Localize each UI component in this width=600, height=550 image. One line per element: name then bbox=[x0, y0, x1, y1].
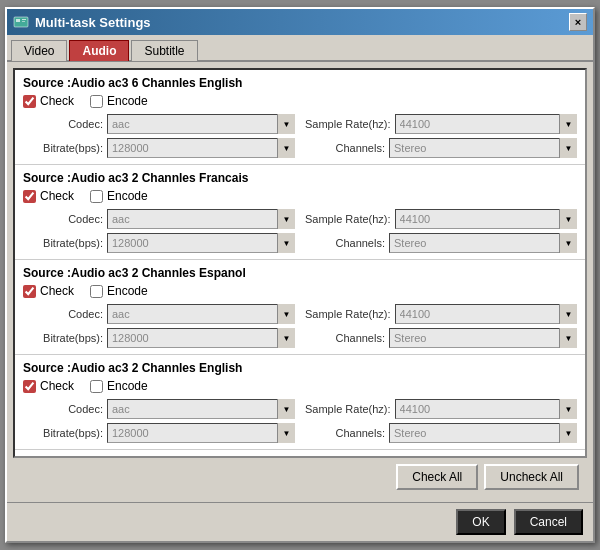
check-item-3: Check bbox=[23, 379, 74, 393]
channels-select-wrapper-1: StereoMono5.1 ▼ bbox=[389, 233, 577, 253]
samplerate-select-1[interactable]: 441004800022050 bbox=[395, 209, 577, 229]
bitrate-label-0: Bitrate(bps): bbox=[23, 142, 103, 154]
check-label-0: Check bbox=[40, 94, 74, 108]
samplerate-select-2[interactable]: 441004800022050 bbox=[395, 304, 577, 324]
source-label-2: Source :Audio ac3 2 Channles Espanol bbox=[23, 266, 577, 280]
bitrate-select-3[interactable]: 12800019200025600064000 bbox=[107, 423, 295, 443]
source-label-1: Source :Audio ac3 2 Channles Francais bbox=[23, 171, 577, 185]
encode-item-2: Encode bbox=[90, 284, 148, 298]
channels-row-3: Channels: StereoMono5.1 ▼ bbox=[305, 423, 577, 443]
codec-select-wrapper-1: aacmp3ac3copy ▼ bbox=[107, 209, 295, 229]
codec-select-2[interactable]: aacmp3ac3copy bbox=[107, 304, 295, 324]
codec-row-2: Codec: aacmp3ac3copy ▼ bbox=[23, 304, 295, 324]
samplerate-select-3[interactable]: 441004800022050 bbox=[395, 399, 577, 419]
check-row-0: Check Encode bbox=[23, 94, 577, 108]
tab-subtitle[interactable]: Subtitle bbox=[131, 40, 197, 61]
channels-select-wrapper-0: StereoMono5.1 ▼ bbox=[389, 138, 577, 158]
check-item-1: Check bbox=[23, 189, 74, 203]
title-bar: Multi-task Settings × bbox=[7, 9, 593, 35]
check-checkbox-1[interactable] bbox=[23, 190, 36, 203]
codec-select-0[interactable]: aacmp3ac3copy bbox=[107, 114, 295, 134]
check-row-1: Check Encode bbox=[23, 189, 577, 203]
encode-checkbox-2[interactable] bbox=[90, 285, 103, 298]
bitrate-label-3: Bitrate(bps): bbox=[23, 427, 103, 439]
channels-label-1: Channels: bbox=[305, 237, 385, 249]
channels-label-0: Channels: bbox=[305, 142, 385, 154]
channels-select-0[interactable]: StereoMono5.1 bbox=[389, 138, 577, 158]
codec-label-3: Codec: bbox=[23, 403, 103, 415]
samplerate-row-1: Sample Rate(hz): 441004800022050 ▼ bbox=[305, 209, 577, 229]
svg-rect-2 bbox=[22, 19, 26, 20]
tab-audio[interactable]: Audio bbox=[69, 40, 129, 61]
channels-row-1: Channels: StereoMono5.1 ▼ bbox=[305, 233, 577, 253]
channels-label-3: Channels: bbox=[305, 427, 385, 439]
channels-select-wrapper-2: StereoMono5.1 ▼ bbox=[389, 328, 577, 348]
channels-select-2[interactable]: StereoMono5.1 bbox=[389, 328, 577, 348]
svg-rect-1 bbox=[16, 19, 20, 22]
audio-block-3: Source :Audio ac3 2 Channles English Che… bbox=[15, 355, 585, 450]
bitrate-select-1[interactable]: 12800019200025600064000 bbox=[107, 233, 295, 253]
codec-select-wrapper-2: aacmp3ac3copy ▼ bbox=[107, 304, 295, 324]
codec-label-2: Codec: bbox=[23, 308, 103, 320]
check-label-1: Check bbox=[40, 189, 74, 203]
fields-grid-3: Codec: aacmp3ac3copy ▼ Sample Rate(hz): … bbox=[23, 399, 577, 443]
check-checkbox-2[interactable] bbox=[23, 285, 36, 298]
audio-block-4: Source :Audio ac3 2 Channles English bbox=[15, 450, 585, 458]
bitrate-select-wrapper-3: 12800019200025600064000 ▼ bbox=[107, 423, 295, 443]
encode-label-0: Encode bbox=[107, 94, 148, 108]
codec-row-0: Codec: aacmp3ac3copy ▼ bbox=[23, 114, 295, 134]
samplerate-row-2: Sample Rate(hz): 441004800022050 ▼ bbox=[305, 304, 577, 324]
ok-button[interactable]: OK bbox=[456, 509, 505, 535]
tab-video[interactable]: Video bbox=[11, 40, 67, 61]
bulk-action-buttons: Check All Uncheck All bbox=[13, 458, 587, 496]
check-checkbox-3[interactable] bbox=[23, 380, 36, 393]
channels-select-3[interactable]: StereoMono5.1 bbox=[389, 423, 577, 443]
codec-select-3[interactable]: aacmp3ac3copy bbox=[107, 399, 295, 419]
bitrate-select-wrapper-2: 12800019200025600064000 ▼ bbox=[107, 328, 295, 348]
check-item-0: Check bbox=[23, 94, 74, 108]
uncheck-all-button[interactable]: Uncheck All bbox=[484, 464, 579, 490]
encode-checkbox-1[interactable] bbox=[90, 190, 103, 203]
check-checkbox-0[interactable] bbox=[23, 95, 36, 108]
bitrate-row-0: Bitrate(bps): 12800019200025600064000 ▼ bbox=[23, 138, 295, 158]
codec-row-3: Codec: aacmp3ac3copy ▼ bbox=[23, 399, 295, 419]
channels-row-0: Channels: StereoMono5.1 ▼ bbox=[305, 138, 577, 158]
encode-checkbox-0[interactable] bbox=[90, 95, 103, 108]
codec-row-1: Codec: aacmp3ac3copy ▼ bbox=[23, 209, 295, 229]
codec-label-0: Codec: bbox=[23, 118, 103, 130]
channels-select-1[interactable]: StereoMono5.1 bbox=[389, 233, 577, 253]
tab-bar: Video Audio Subtitle bbox=[7, 35, 593, 62]
fields-grid-0: Codec: aacmp3ac3copy ▼ Sample Rate(hz): … bbox=[23, 114, 577, 158]
codec-select-wrapper-3: aacmp3ac3copy ▼ bbox=[107, 399, 295, 419]
check-row-2: Check Encode bbox=[23, 284, 577, 298]
encode-checkbox-3[interactable] bbox=[90, 380, 103, 393]
samplerate-select-0[interactable]: 441004800022050 bbox=[395, 114, 577, 134]
close-button[interactable]: × bbox=[569, 13, 587, 31]
bitrate-select-2[interactable]: 12800019200025600064000 bbox=[107, 328, 295, 348]
channels-row-2: Channels: StereoMono5.1 ▼ bbox=[305, 328, 577, 348]
audio-block-2: Source :Audio ac3 2 Channles Espanol Che… bbox=[15, 260, 585, 355]
check-label-3: Check bbox=[40, 379, 74, 393]
bitrate-select-wrapper-0: 12800019200025600064000 ▼ bbox=[107, 138, 295, 158]
codec-select-1[interactable]: aacmp3ac3copy bbox=[107, 209, 295, 229]
fields-grid-2: Codec: aacmp3ac3copy ▼ Sample Rate(hz): … bbox=[23, 304, 577, 348]
dialog-title: Multi-task Settings bbox=[35, 15, 151, 30]
audio-block-0: Source :Audio ac3 6 Channles English Che… bbox=[15, 70, 585, 165]
samplerate-select-wrapper-2: 441004800022050 ▼ bbox=[395, 304, 577, 324]
bitrate-select-0[interactable]: 12800019200025600064000 bbox=[107, 138, 295, 158]
channels-select-wrapper-3: StereoMono5.1 ▼ bbox=[389, 423, 577, 443]
bitrate-row-2: Bitrate(bps): 12800019200025600064000 ▼ bbox=[23, 328, 295, 348]
bitrate-row-1: Bitrate(bps): 12800019200025600064000 ▼ bbox=[23, 233, 295, 253]
footer-bar: OK Cancel bbox=[7, 502, 593, 541]
encode-label-1: Encode bbox=[107, 189, 148, 203]
samplerate-label-2: Sample Rate(hz): bbox=[305, 308, 391, 320]
encode-item-3: Encode bbox=[90, 379, 148, 393]
cancel-button[interactable]: Cancel bbox=[514, 509, 583, 535]
audio-scroll-container[interactable]: Source :Audio ac3 6 Channles English Che… bbox=[13, 68, 587, 458]
samplerate-label-0: Sample Rate(hz): bbox=[305, 118, 391, 130]
check-label-2: Check bbox=[40, 284, 74, 298]
encode-label-3: Encode bbox=[107, 379, 148, 393]
title-bar-left: Multi-task Settings bbox=[13, 14, 151, 30]
channels-label-2: Channels: bbox=[305, 332, 385, 344]
check-all-button[interactable]: Check All bbox=[396, 464, 478, 490]
